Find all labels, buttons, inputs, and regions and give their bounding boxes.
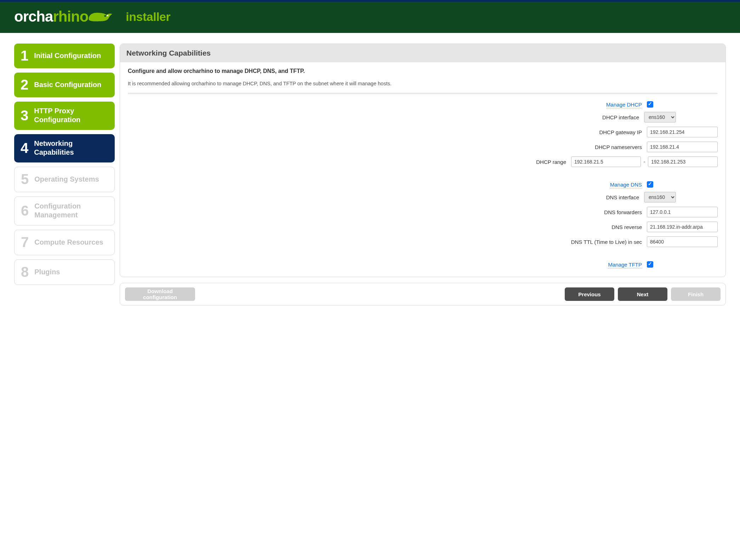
step-number: 8 — [21, 265, 29, 279]
step-5: 5Operating Systems — [14, 167, 115, 192]
label-manage-tftp: Manage TFTP — [501, 262, 642, 268]
select-dns-interface[interactable]: ens160 — [644, 192, 676, 202]
label-dns-reverse: DNS reverse — [501, 224, 642, 230]
range-separator: - — [643, 159, 646, 165]
app-header: orcharhino installer — [0, 2, 740, 33]
step-label: Plugins — [34, 268, 60, 276]
step-number: 1 — [21, 48, 28, 63]
label-dhcp-interface: DHCP interface — [501, 114, 639, 120]
step-number: 4 — [21, 141, 28, 155]
input-dhcp-gateway[interactable] — [647, 127, 718, 137]
panel-lead: Configure and allow orcharhino to manage… — [128, 68, 718, 74]
divider — [128, 93, 718, 94]
input-dhcp-nameservers[interactable] — [647, 142, 718, 152]
step-label: Networking Capabilities — [34, 139, 109, 157]
step-number: 7 — [21, 235, 29, 249]
checkbox-manage-tftp[interactable] — [647, 261, 653, 268]
label-dhcp-nameservers: DHCP nameservers — [501, 144, 642, 150]
input-dhcp-range-start[interactable] — [571, 156, 641, 167]
download-config-button: Download configuration — [125, 287, 195, 301]
step-8: 8Plugins — [14, 259, 115, 285]
brand-part2: rhino — [53, 8, 88, 25]
header-subtitle: installer — [126, 10, 170, 24]
next-button[interactable]: Next — [618, 287, 667, 301]
step-7: 7Compute Resources — [14, 230, 115, 255]
step-3[interactable]: 3HTTP Proxy Configuration — [14, 102, 115, 130]
label-dns-ttl: DNS TTL (Time to Live) in sec — [501, 239, 642, 245]
footer-bar: Download configuration Previous Next Fin… — [120, 283, 726, 305]
previous-button[interactable]: Previous — [565, 287, 614, 301]
label-dns-forwarders: DNS forwarders — [501, 209, 642, 215]
input-dns-reverse[interactable] — [647, 222, 718, 232]
select-dhcp-interface[interactable]: ens160 — [644, 112, 676, 122]
panel-help: It is recommended allowing orcharhino to… — [128, 81, 718, 86]
brand-part1: orcha — [14, 8, 53, 25]
label-manage-dhcp: Manage DHCP — [501, 102, 642, 108]
brand-logo: orcharhino — [14, 8, 113, 25]
label-manage-dns: Manage DNS — [501, 182, 642, 188]
step-number: 6 — [21, 204, 29, 218]
step-4[interactable]: 4Networking Capabilities — [14, 134, 115, 162]
label-dns-interface: DNS interface — [501, 194, 639, 200]
main-panel: Networking Capabilities Configure and al… — [120, 44, 726, 277]
rhino-icon — [87, 10, 113, 23]
step-6: 6Configuration Management — [14, 196, 115, 225]
step-2[interactable]: 2Basic Configuration — [14, 73, 115, 97]
step-number: 3 — [21, 108, 28, 122]
step-label: Configuration Management — [34, 202, 109, 219]
input-dns-ttl[interactable] — [647, 236, 718, 247]
step-number: 5 — [21, 172, 29, 186]
step-sidebar: 1Initial Configuration2Basic Configurati… — [14, 44, 115, 305]
input-dhcp-range-end[interactable] — [648, 156, 718, 167]
step-label: Initial Configuration — [34, 51, 101, 60]
svg-point-0 — [104, 15, 106, 17]
step-number: 2 — [21, 78, 28, 92]
checkbox-manage-dhcp[interactable] — [647, 101, 653, 108]
step-label: Basic Configuration — [34, 80, 101, 89]
step-label: Operating Systems — [34, 175, 99, 184]
label-dhcp-gateway: DHCP gateway IP — [501, 129, 642, 135]
input-dns-forwarders[interactable] — [647, 207, 718, 217]
svg-point-1 — [107, 15, 108, 16]
step-label: HTTP Proxy Configuration — [34, 107, 109, 124]
label-dhcp-range: DHCP range — [425, 159, 566, 165]
checkbox-manage-dns[interactable] — [647, 181, 653, 188]
step-1[interactable]: 1Initial Configuration — [14, 44, 115, 68]
step-label: Compute Resources — [34, 238, 103, 247]
panel-title: Networking Capabilities — [120, 44, 725, 62]
finish-button: Finish — [671, 287, 721, 301]
